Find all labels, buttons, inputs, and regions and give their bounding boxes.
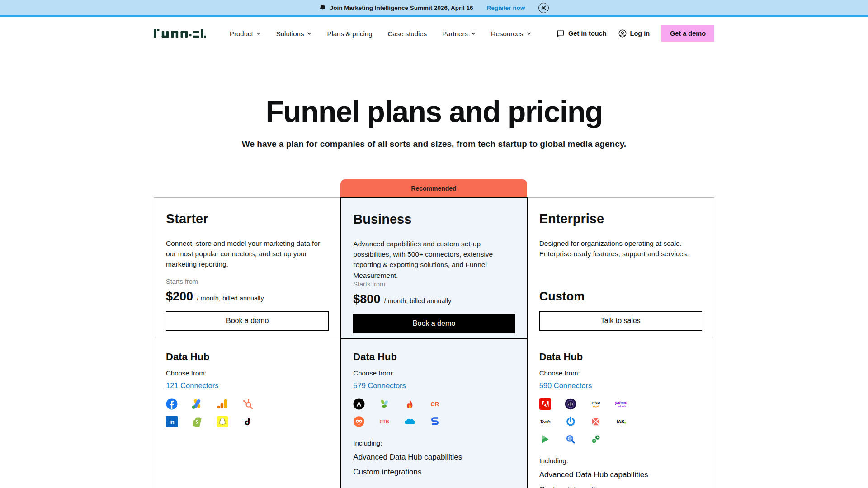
s-logo-icon bbox=[429, 416, 441, 427]
log-in-label: Log in bbox=[630, 30, 650, 37]
power-dial-icon bbox=[565, 416, 576, 427]
yahoo-ad-tech-icon: yahoo!ad tech bbox=[615, 398, 627, 410]
nav-item-label: Case studies bbox=[387, 30, 427, 38]
nav-menu: Product Solutions Plans & pricing Case s… bbox=[230, 30, 531, 38]
hootsuite-icon bbox=[353, 416, 365, 427]
cr-icon: CR bbox=[429, 398, 441, 410]
apple-search-ads-icon bbox=[353, 398, 365, 410]
nav-item-label: Product bbox=[230, 30, 253, 38]
price-line: $800 / month, billed annually bbox=[353, 292, 514, 307]
svg-text:Teads: Teads bbox=[540, 419, 550, 424]
nav-utilities: Get in touch Log in Get a demo bbox=[557, 25, 714, 42]
business-plan-card: Business Advanced capabilities and custo… bbox=[340, 197, 527, 339]
feature-item: Advanced Data Hub capabilities bbox=[353, 453, 514, 462]
banner-close-button[interactable] bbox=[538, 3, 549, 13]
data-hub-heading: Data Hub bbox=[166, 351, 329, 363]
campaign-manager-360-icon bbox=[590, 433, 602, 445]
recommended-badge: Recommended bbox=[340, 179, 527, 197]
ias-icon: IAS bbox=[615, 416, 627, 427]
nav-item-partners[interactable]: Partners bbox=[442, 30, 476, 38]
svg-text:yahoo!: yahoo! bbox=[615, 401, 627, 405]
feature-item: Custom integrations bbox=[353, 468, 514, 477]
user-icon bbox=[618, 29, 627, 38]
chevron-down-icon bbox=[256, 32, 261, 35]
svg-text:RTB: RTB bbox=[380, 419, 389, 424]
main-navigation: Product Solutions Plans & pricing Case s… bbox=[154, 17, 714, 50]
price-line: $200 / month, billed annually bbox=[166, 290, 329, 305]
price-label bbox=[539, 278, 702, 286]
price-suffix: / month, billed annually bbox=[384, 297, 451, 305]
banner-text: Join Marketing Intelligence Summit 2026,… bbox=[330, 5, 473, 11]
connectors-link[interactable]: 579 Connectors bbox=[353, 381, 406, 390]
connector-icons: CRRTB bbox=[353, 398, 514, 427]
starter-data-hub: Data Hub Choose from: 121 Connectors in bbox=[154, 339, 340, 488]
nav-item-plans-pricing[interactable]: Plans & pricing bbox=[327, 30, 372, 38]
adobe-icon bbox=[539, 398, 551, 410]
data-hub-heading: Data Hub bbox=[353, 351, 514, 363]
choose-from-label: Choose from: bbox=[166, 369, 329, 377]
pinwheel-icon bbox=[590, 416, 602, 427]
snapchat-icon bbox=[217, 416, 228, 427]
plan-price: Custom bbox=[539, 290, 585, 303]
svg-text:CR: CR bbox=[431, 401, 439, 408]
bell-icon bbox=[319, 4, 326, 11]
connectors-link[interactable]: 121 Connectors bbox=[166, 381, 219, 390]
plan-name: Starter bbox=[166, 211, 329, 226]
rtb-house-icon: RTB bbox=[378, 416, 390, 427]
teads-icon: Teads bbox=[539, 416, 551, 427]
including-label: Including: bbox=[539, 457, 702, 465]
shopify-icon bbox=[191, 416, 203, 427]
svg-text:DSP: DSP bbox=[591, 401, 600, 405]
banner-register-link[interactable]: Register now bbox=[487, 5, 525, 11]
funnel-logo[interactable] bbox=[154, 26, 206, 41]
facebook-icon bbox=[166, 398, 178, 410]
analytics-circle-icon bbox=[565, 398, 576, 410]
linkedin-icon: in bbox=[166, 416, 178, 427]
connectors-link[interactable]: 590 Connectors bbox=[539, 381, 592, 390]
connector-icons: DSPyahoo!ad techTeadsIAS bbox=[539, 398, 702, 445]
plan-price: $800 bbox=[353, 292, 380, 306]
enterprise-plan-card: Enterprise Designed for organizations op… bbox=[528, 197, 714, 339]
talk-to-sales-button[interactable]: Talk to sales bbox=[539, 311, 702, 331]
data-hub-heading: Data Hub bbox=[539, 351, 702, 363]
choose-from-label: Choose from: bbox=[353, 369, 514, 377]
price-line: Custom bbox=[539, 290, 702, 305]
nav-item-case-studies[interactable]: Case studies bbox=[387, 30, 427, 38]
feature-item: Advanced Data Hub capabilities bbox=[539, 470, 702, 479]
book-a-demo-button[interactable]: Book a demo bbox=[353, 314, 514, 333]
nav-item-solutions[interactable]: Solutions bbox=[276, 30, 312, 38]
nav-item-product[interactable]: Product bbox=[230, 30, 261, 38]
enterprise-data-hub: Data Hub Choose from: 590 Connectors DSP… bbox=[528, 339, 714, 488]
book-a-demo-button[interactable]: Book a demo bbox=[166, 311, 329, 331]
search-ads-360-icon bbox=[565, 433, 576, 445]
chat-bubble-icon bbox=[557, 30, 565, 38]
flame-icon bbox=[404, 398, 415, 410]
get-in-touch-link[interactable]: Get in touch bbox=[557, 30, 607, 38]
get-in-touch-label: Get in touch bbox=[568, 30, 607, 37]
connector-icons: in bbox=[166, 398, 329, 427]
starter-plan-card: Starter Connect, store and model your ma… bbox=[154, 197, 340, 339]
price-suffix: / month, billed annually bbox=[197, 295, 264, 302]
plan-description: Connect, store and model your marketing … bbox=[166, 238, 329, 278]
get-a-demo-button[interactable]: Get a demo bbox=[661, 25, 714, 42]
log-in-link[interactable]: Log in bbox=[618, 29, 650, 38]
microsoft-leaves-icon bbox=[378, 398, 390, 410]
page-subtitle: We have a plan for companies of all sort… bbox=[0, 139, 868, 149]
google-analytics-icon bbox=[217, 398, 228, 410]
hero-section: Funnel plans and pricing We have a plan … bbox=[0, 95, 868, 149]
nav-item-label: Partners bbox=[442, 30, 468, 38]
plan-price: $200 bbox=[166, 290, 193, 303]
including-label: Including: bbox=[353, 439, 514, 447]
svg-text:IAS: IAS bbox=[616, 419, 624, 424]
plan-name: Business bbox=[353, 212, 514, 227]
amazon-dsp-icon: DSP bbox=[590, 398, 602, 410]
nav-item-label: Resources bbox=[491, 30, 524, 38]
plan-description: Advanced capabilities and custom set-up … bbox=[353, 239, 514, 281]
pricing-grid: Starter Connect, store and model your ma… bbox=[154, 197, 714, 488]
page-title: Funnel plans and pricing bbox=[0, 95, 868, 129]
business-data-hub: Data Hub Choose from: 579 Connectors CRR… bbox=[340, 339, 527, 488]
banner-message: Join Marketing Intelligence Summit 2026,… bbox=[319, 4, 473, 11]
svg-text:ad tech: ad tech bbox=[618, 405, 626, 407]
plan-description: Designed for organizations operating at … bbox=[539, 238, 702, 278]
nav-item-resources[interactable]: Resources bbox=[491, 30, 531, 38]
